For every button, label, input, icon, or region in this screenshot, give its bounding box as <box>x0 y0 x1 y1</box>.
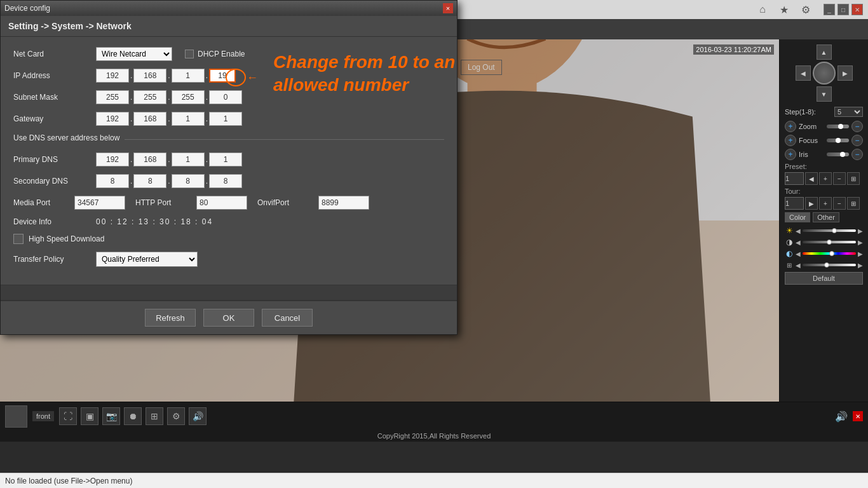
color-tab-bar: Color Other <box>785 212 863 222</box>
ptz-iris-slider[interactable] <box>827 152 849 156</box>
brightness-right-arrow[interactable]: ▶ <box>858 227 863 234</box>
ok-button[interactable]: OK <box>203 309 254 327</box>
cancel-button[interactable]: Cancel <box>262 309 313 327</box>
subnet-octet-3[interactable] <box>172 90 205 104</box>
ip-octet-3[interactable] <box>172 69 205 83</box>
ptz-focus-in-button[interactable]: + <box>785 135 796 146</box>
subnet-octet-1[interactable] <box>96 90 129 104</box>
ip-octet-2[interactable] <box>133 69 166 83</box>
record-icon[interactable]: ⏺ <box>124 407 142 425</box>
pdns-octet-4[interactable] <box>209 152 242 166</box>
hue-left-arrow[interactable]: ◀ <box>796 250 801 257</box>
ptz-tour-play-button[interactable]: ▶ <box>805 197 818 210</box>
maximize-button[interactable]: □ <box>837 4 849 15</box>
subnet-octet-4[interactable] <box>209 90 242 104</box>
gear-chrome-icon[interactable]: ⚙ <box>797 1 815 18</box>
http-port-input[interactable] <box>196 196 247 210</box>
saturation-left-arrow[interactable]: ◀ <box>796 262 801 269</box>
ptz-iris-in-button[interactable]: + <box>785 149 796 160</box>
ip-octet-1[interactable] <box>96 69 129 83</box>
ptz-preset-back-button[interactable]: ◀ <box>805 172 818 185</box>
gateway-octet-1[interactable] <box>96 112 129 126</box>
hue-right-arrow[interactable]: ▶ <box>858 250 863 257</box>
saturation-right-arrow[interactable]: ▶ <box>858 262 863 269</box>
window-close-button[interactable]: ✕ <box>851 4 863 15</box>
mute-indicator: ✕ <box>853 411 863 421</box>
transfer-policy-select[interactable]: Quality Preferred Performance Preferred <box>96 252 198 267</box>
ptz-preset-del-button[interactable]: − <box>833 172 846 185</box>
fullscreen-icon[interactable]: ⛶ <box>59 407 77 425</box>
gateway-octet-2[interactable] <box>133 112 166 126</box>
primary-dns-label: Primary DNS <box>13 155 96 164</box>
ptz-up-button[interactable]: ▲ <box>817 44 832 60</box>
sdns-octet-3[interactable] <box>172 174 205 188</box>
dialog-bottom-strip <box>1 285 457 300</box>
dns-section: Use DNS server address below <box>13 133 444 147</box>
sdns-octet-1[interactable] <box>96 174 129 188</box>
ptz-focus-slider[interactable] <box>827 139 849 142</box>
single-view-icon[interactable]: ▣ <box>81 407 98 425</box>
ptz-preset-input[interactable] <box>785 172 804 185</box>
snapshot-icon[interactable]: 📷 <box>102 407 120 425</box>
contrast-left-arrow[interactable]: ◀ <box>796 239 801 246</box>
pdns-octet-1[interactable] <box>96 152 129 166</box>
ptz-zoom-in-button[interactable]: + <box>785 121 796 132</box>
ip-octet-4[interactable] <box>209 69 236 83</box>
dialog-close-button[interactable]: × <box>443 3 453 13</box>
brightness-slider[interactable] <box>803 229 856 232</box>
other-tab[interactable]: Other <box>813 212 839 222</box>
saturation-slider[interactable] <box>803 264 856 266</box>
settings-icon[interactable]: ⚙ <box>167 407 185 425</box>
color-tab[interactable]: Color <box>785 212 810 222</box>
ptz-tour-grid-button[interactable]: ⊞ <box>847 197 860 210</box>
default-button[interactable]: Default <box>785 272 863 285</box>
subnet-octet-2[interactable] <box>133 90 166 104</box>
ptz-dpad: ▲ ▼ ◀ ▶ <box>796 44 853 102</box>
sdns-octet-4[interactable] <box>209 174 242 188</box>
logout-button[interactable]: Log Out <box>461 60 502 75</box>
ptz-tour-add-button[interactable]: + <box>819 197 832 210</box>
status-bar-text: No file loaded (use File->Open menu) <box>5 477 132 485</box>
ptz-focus-out-button[interactable]: − <box>851 135 863 146</box>
ptz-right-button[interactable]: ▶ <box>837 65 853 81</box>
ptz-center-button[interactable] <box>813 62 836 85</box>
brightness-left-arrow[interactable]: ◀ <box>796 227 801 234</box>
ptz-zoom-out-button[interactable]: − <box>851 121 863 132</box>
gateway-octet-4[interactable] <box>209 112 242 126</box>
secondary-dns-group: . . . <box>96 174 242 188</box>
ptz-iris-out-button[interactable]: − <box>851 149 863 160</box>
ptz-tour-input[interactable] <box>785 197 804 210</box>
gateway-octet-3[interactable] <box>172 112 205 126</box>
ptz-preset-add-button[interactable]: + <box>819 172 832 185</box>
contrast-right-arrow[interactable]: ▶ <box>858 239 863 246</box>
high-speed-checkbox[interactable] <box>13 234 24 244</box>
pdns-octet-2[interactable] <box>133 152 166 166</box>
contrast-slider[interactable] <box>803 241 856 243</box>
onvif-port-input[interactable] <box>318 196 369 210</box>
star-icon[interactable]: ★ <box>775 1 793 18</box>
ptz-tour-del-button[interactable]: − <box>833 197 846 210</box>
net-card-select[interactable]: Wire Netcard <box>96 47 172 61</box>
home-icon[interactable]: ⌂ <box>754 1 771 18</box>
ptz-preset-grid-button[interactable]: ⊞ <box>847 172 860 185</box>
dhcp-checkbox[interactable] <box>185 50 194 58</box>
ptz-zoom-slider[interactable] <box>827 125 849 128</box>
grid-view-icon[interactable]: ⊞ <box>146 407 163 425</box>
minimize-button[interactable]: _ <box>824 4 835 15</box>
refresh-button[interactable]: Refresh <box>145 309 196 327</box>
volume-icon[interactable]: 🔊 <box>835 410 848 423</box>
primary-dns-group: . . . <box>96 152 242 166</box>
ptz-down-button[interactable]: ▼ <box>817 86 832 102</box>
ptz-iris-row: + Iris − <box>785 149 863 160</box>
hue-slider[interactable] <box>803 252 856 255</box>
ptz-step-select[interactable]: 5 1234 678 <box>834 107 863 117</box>
pdns-octet-3[interactable] <box>172 152 205 166</box>
status-bar: No file loaded (use File->Open menu) <box>0 473 868 488</box>
ptz-step-row: Step(1-8): 5 1234 678 <box>785 107 863 117</box>
media-port-input[interactable] <box>74 196 125 210</box>
audio-icon[interactable]: 🔊 <box>189 407 207 425</box>
sdns-octet-2[interactable] <box>133 174 166 188</box>
subnet-mask-row: Subnet Mask . . . <box>13 90 444 104</box>
ptz-left-button[interactable]: ◀ <box>796 65 811 81</box>
channel-thumbnail <box>5 405 27 428</box>
